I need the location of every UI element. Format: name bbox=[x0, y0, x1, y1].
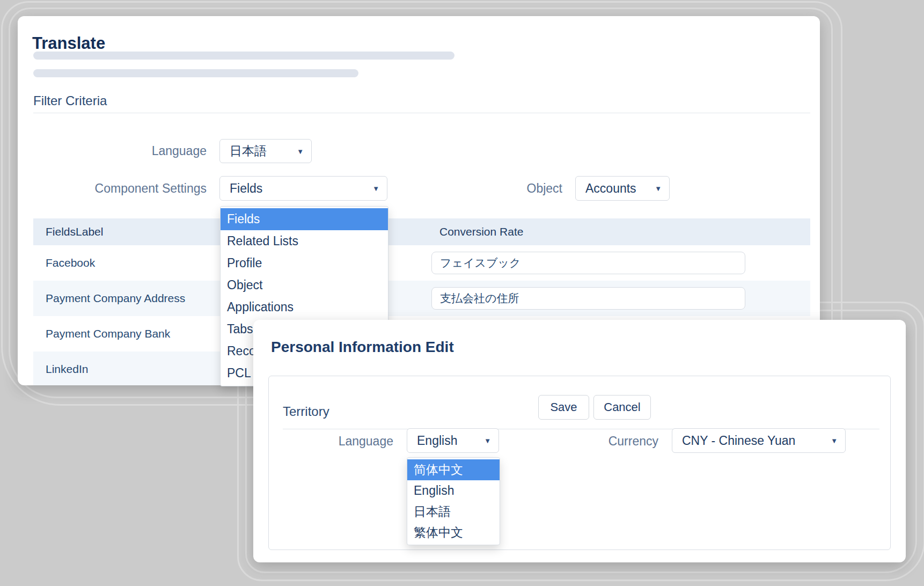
language-select-value: English bbox=[417, 434, 457, 448]
object-select[interactable]: Accounts ▼ bbox=[575, 176, 670, 201]
personal-information-edit-panel: Personal Information Edit Save Cancel Te… bbox=[253, 320, 906, 562]
panel-title: Personal Information Edit bbox=[271, 339, 454, 356]
placeholder-bar bbox=[33, 52, 454, 60]
menu-item[interactable]: Object bbox=[221, 274, 388, 296]
language-select-value: 日本語 bbox=[230, 143, 267, 159]
language-select[interactable]: English ▼ bbox=[407, 428, 499, 453]
language-label: Language bbox=[285, 433, 393, 449]
table-row: Facebook bbox=[33, 245, 810, 281]
territory-heading: Territory bbox=[283, 404, 329, 419]
menu-item[interactable]: English bbox=[407, 480, 500, 501]
field-label: Facebook bbox=[33, 257, 95, 269]
language-menu: 简体中文 English 日本語 繁体中文 bbox=[407, 457, 500, 545]
table-header-row: FieldsLabel Conversion Rate bbox=[33, 218, 810, 245]
table-row: Payment Company Address bbox=[33, 281, 810, 316]
currency-label: Currency bbox=[551, 433, 658, 449]
menu-item[interactable]: 繁体中文 bbox=[407, 522, 500, 543]
page-title: Translate bbox=[32, 34, 105, 53]
object-label: Object bbox=[455, 180, 562, 196]
column-header: Conversion Rate bbox=[439, 225, 523, 238]
object-select-value: Accounts bbox=[585, 181, 636, 196]
menu-item[interactable]: 简体中文 bbox=[407, 459, 500, 480]
component-settings-label: Component Settings bbox=[50, 180, 207, 196]
chevron-down-icon: ▼ bbox=[484, 437, 491, 445]
chevron-down-icon: ▼ bbox=[655, 185, 662, 193]
field-label: LinkedIn bbox=[33, 363, 88, 376]
filter-criteria-heading: Filter Criteria bbox=[33, 93, 107, 108]
menu-item[interactable]: Fields bbox=[221, 208, 388, 230]
menu-item[interactable]: Related Lists bbox=[221, 230, 388, 252]
chevron-down-icon: ▼ bbox=[831, 437, 838, 445]
field-label: Payment Company Bank bbox=[33, 327, 170, 340]
menu-item[interactable]: Applications bbox=[221, 296, 388, 318]
placeholder-bar bbox=[33, 69, 358, 77]
section-divider bbox=[33, 113, 810, 113]
menu-item[interactable]: Profile bbox=[221, 252, 388, 274]
cancel-button[interactable]: Cancel bbox=[593, 395, 651, 420]
language-label: Language bbox=[71, 143, 207, 159]
currency-select[interactable]: CNY - Chinese Yuan ▼ bbox=[672, 428, 846, 453]
language-select[interactable]: 日本語 ▼ bbox=[219, 139, 312, 163]
translation-input[interactable] bbox=[431, 287, 745, 310]
translation-input[interactable] bbox=[431, 252, 745, 274]
component-settings-select[interactable]: Fields ▼ bbox=[219, 176, 387, 201]
save-button[interactable]: Save bbox=[538, 395, 589, 420]
field-label: Payment Company Address bbox=[33, 292, 185, 305]
component-settings-select-value: Fields bbox=[230, 181, 262, 196]
canvas: Translate Filter Criteria Language 日本語 ▼… bbox=[0, 0, 924, 586]
chevron-down-icon: ▼ bbox=[372, 185, 379, 193]
chevron-down-icon: ▼ bbox=[297, 147, 304, 155]
currency-select-value: CNY - Chinese Yuan bbox=[682, 434, 795, 448]
menu-item[interactable]: 日本語 bbox=[407, 501, 500, 522]
